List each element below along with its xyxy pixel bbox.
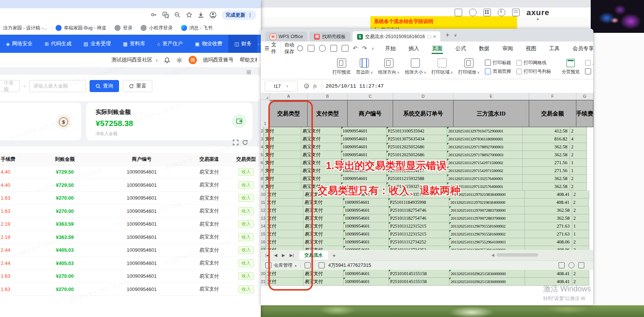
cell-transaction-type[interactable]: 支付 bbox=[266, 238, 303, 246]
info-icon[interactable] bbox=[498, 9, 505, 16]
cell-merchant-no[interactable]: 10090954601 bbox=[344, 222, 389, 230]
cell-flow-id[interactable]: 2013202510112970219838400000 bbox=[449, 191, 525, 199]
column-header[interactable]: G bbox=[576, 93, 593, 100]
cell-pay-type[interactable]: 易宝支付 bbox=[301, 159, 341, 167]
nav-tab[interactable]: ◈ 网络安全 bbox=[0, 35, 39, 53]
column-header[interactable]: E bbox=[454, 93, 529, 100]
cell-fee[interactable]: 2 bbox=[572, 206, 589, 214]
cell-flow-id[interactable]: 2013202510132978361186900001 bbox=[447, 135, 523, 143]
cell-amount[interactable]: 408.41 bbox=[525, 278, 572, 286]
cell-transaction-type[interactable]: 支付 bbox=[266, 191, 303, 199]
menu-tab[interactable]: 工具 bbox=[543, 42, 566, 55]
cell-order-no[interactable]: P251011182754746 bbox=[389, 206, 449, 214]
cell-merchant-no[interactable]: 10090954601 bbox=[344, 270, 389, 278]
row-number[interactable]: 16 bbox=[261, 238, 266, 246]
save-icon[interactable] bbox=[308, 45, 314, 52]
last-sheet-icon[interactable]: ▶| bbox=[288, 253, 295, 258]
cell-order-no[interactable]: P251011112734252 bbox=[389, 238, 449, 246]
cell-order-no[interactable]: P251010145155158 bbox=[389, 278, 449, 286]
cell-fee[interactable]: 1 bbox=[572, 230, 589, 238]
cell-amount[interactable]: 271.56 bbox=[523, 159, 570, 167]
cell-order-no[interactable]: P251011182754746 bbox=[389, 214, 449, 222]
row-number[interactable]: 1 bbox=[261, 100, 270, 127]
paper-size-button[interactable]: 纸张大小∨ bbox=[405, 58, 426, 75]
cell-pay-type[interactable]: 易宝支付 bbox=[301, 135, 341, 143]
browser-update-button[interactable]: 完成更新 ⋮ bbox=[222, 10, 256, 20]
cell-order-no[interactable]: P251012025052686 bbox=[387, 151, 447, 159]
bookmark-item[interactable]: 小程序登录 bbox=[141, 25, 173, 31]
cell-order-no[interactable]: P251011215932588 bbox=[387, 175, 447, 183]
cell-transaction-type[interactable]: 支付 bbox=[266, 206, 303, 214]
cell-amount[interactable]: 408.41 bbox=[525, 191, 572, 199]
cell-transaction-type[interactable]: 支付 bbox=[263, 151, 301, 159]
cell-flow-id[interactable]: 2013202510112967552964100003 bbox=[449, 238, 525, 246]
menu-tab[interactable]: 页面 bbox=[426, 42, 449, 55]
horizontal-scrollbar[interactable]: ◂ bbox=[491, 252, 548, 257]
apps-grid-icon[interactable] bbox=[483, 9, 491, 16]
cell-name-box[interactable]: I17 ∨ bbox=[265, 81, 298, 91]
cell-pay-type[interactable]: 易宝支付 bbox=[303, 214, 344, 222]
cell-pay-type[interactable]: 易宝支付 bbox=[303, 222, 344, 230]
translate-icon[interactable]: A文 bbox=[163, 12, 169, 18]
cell-amount[interactable]: 362.58 bbox=[525, 214, 572, 222]
cell-transaction-type[interactable]: 支付 bbox=[263, 127, 301, 135]
cell-flow-id[interactable]: 2013202510112970072883700000 bbox=[449, 214, 525, 222]
cell-fee[interactable]: 2 bbox=[570, 151, 587, 159]
mode-selector[interactable]: 仓库管理 ▴ bbox=[265, 262, 297, 269]
add-sheet-button[interactable]: + bbox=[333, 252, 336, 259]
cell-order-no[interactable]: P251010145155158 bbox=[389, 270, 449, 278]
cell-fee[interactable]: 2 bbox=[572, 199, 589, 206]
cell-transaction-type[interactable]: 支付 bbox=[266, 270, 303, 278]
cell-amount[interactable]: 412.58 bbox=[523, 127, 570, 135]
reset-button[interactable]: 重置 bbox=[123, 80, 152, 92]
cell-pay-type[interactable]: 易宝支付 bbox=[303, 206, 344, 214]
cell-pay-type[interactable]: 易宝支付 bbox=[301, 175, 341, 183]
cell-order-no[interactable]: P251011122315215 bbox=[389, 222, 449, 230]
cell-flow-id[interactable]: 2013202510112967915581600002 bbox=[449, 230, 525, 238]
cell-amount[interactable]: 362.58 bbox=[523, 143, 570, 151]
cell-amount[interactable]: 362.58 bbox=[523, 151, 570, 159]
cell-fee[interactable]: 2 bbox=[572, 270, 589, 278]
cell-pay-type[interactable]: 易宝支付 bbox=[301, 183, 341, 191]
row-number[interactable]: 12 bbox=[261, 206, 266, 214]
insert-page-break-button[interactable]: 插入分页符∨ bbox=[585, 68, 593, 75]
show-page-breaks-checkbox[interactable]: 显示分页符 bbox=[585, 60, 593, 66]
row-number[interactable]: 6 bbox=[261, 159, 263, 167]
cell-amount[interactable]: 362.58 bbox=[523, 175, 570, 183]
nav-tab[interactable]: ▣ 物业收费 bbox=[189, 35, 228, 53]
gear-icon[interactable] bbox=[176, 57, 183, 63]
avatar[interactable]: 德 bbox=[189, 56, 197, 64]
nav-tab[interactable]: ◫ 财务 bbox=[228, 35, 257, 53]
print-scale-button[interactable]: 打印缩放∨ bbox=[458, 58, 480, 75]
page-orientation-button[interactable]: 纸张方向∨ bbox=[378, 58, 400, 75]
book-icon[interactable] bbox=[455, 9, 462, 16]
row-number[interactable]: 11 bbox=[261, 199, 265, 206]
menu-tab[interactable]: 公式 bbox=[449, 42, 472, 55]
zoom-control-icon[interactable] bbox=[578, 262, 584, 268]
cell-transaction-type[interactable]: 支付 bbox=[266, 222, 303, 230]
header-footer-button[interactable]: 页眉页脚 bbox=[485, 68, 511, 75]
cell-merchant-no[interactable]: 10090954601 bbox=[341, 151, 387, 159]
header-cell[interactable]: 系统交易订单号 bbox=[393, 100, 454, 127]
page-margins-button[interactable]: 页边距∨ bbox=[356, 58, 373, 75]
sheet-tab[interactable]: 交易流水 bbox=[299, 251, 328, 260]
cell-merchant-no[interactable]: 10090954601 bbox=[344, 191, 389, 199]
cell-pay-type[interactable]: 易宝支付 bbox=[301, 151, 341, 159]
cell-transaction-type[interactable]: 支付 bbox=[263, 159, 301, 167]
column-header[interactable]: C bbox=[348, 93, 393, 100]
column-header[interactable]: B bbox=[308, 93, 348, 100]
cell-pay-type[interactable]: 易宝支付 bbox=[303, 238, 344, 246]
search-button[interactable]: 查询 bbox=[90, 80, 119, 92]
menu-tab[interactable]: 插入 bbox=[402, 42, 426, 55]
nav-tab[interactable]: ⊞ 代码生成 bbox=[39, 35, 77, 53]
bookmark-item[interactable]: 登录 bbox=[115, 25, 132, 31]
cell-fee[interactable]: 2 bbox=[570, 183, 587, 191]
select-all-corner[interactable] bbox=[261, 93, 270, 100]
redo-icon[interactable]: ↷ bbox=[362, 45, 367, 52]
print-preview-button[interactable]: 打印预览 bbox=[333, 58, 351, 75]
cell-order-no[interactable]: P251012025052686 bbox=[387, 143, 447, 151]
cell-flow-id[interactable]: 2013202510112971332576400001 bbox=[447, 183, 523, 191]
cell-transaction-type[interactable]: 支付 bbox=[263, 167, 301, 175]
table-row[interactable]: 4.40 ¥729.50 10090954601 易宝支付 收入 bbox=[0, 166, 261, 179]
docer-tab[interactable]: 稻 找稻壳模板 bbox=[310, 32, 350, 42]
